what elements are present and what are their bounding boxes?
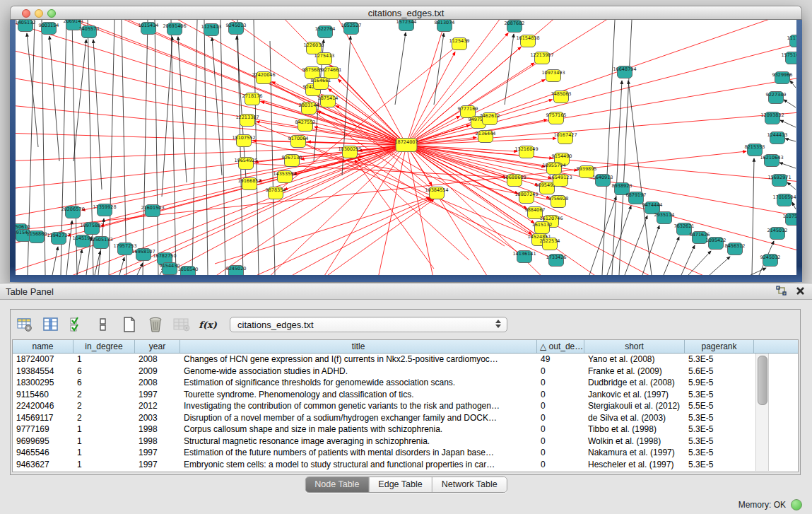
cell[interactable]: Tourette syndrome. Phenomenology and cla… xyxy=(180,389,537,401)
cell[interactable]: 0 xyxy=(537,424,584,436)
cell[interactable]: 0 xyxy=(537,389,584,401)
row-height-icon[interactable] xyxy=(93,315,113,334)
table-panel-header[interactable]: Table Panel xyxy=(0,283,812,300)
cell[interactable]: Disruption of a novel member of a sodium… xyxy=(180,412,537,424)
column-header-name[interactable]: name xyxy=(13,340,73,353)
cell[interactable]: 5.3E-5 xyxy=(685,436,754,448)
cell[interactable]: Estimation of the future numbers of pati… xyxy=(180,447,537,459)
cell[interactable]: 5.3E-5 xyxy=(685,459,754,471)
column-header-year[interactable]: year xyxy=(135,340,180,353)
new-column-icon[interactable] xyxy=(119,315,139,334)
column-header-out_de[interactable]: △ out_de… xyxy=(537,340,584,353)
column-header-title[interactable]: title xyxy=(180,340,537,353)
scrollbar-thumb[interactable] xyxy=(758,356,767,405)
cell[interactable]: 5.3E-5 xyxy=(685,354,754,366)
table-row[interactable]: 969969511998Structural magnetic resonanc… xyxy=(13,436,798,448)
delete-icon[interactable] xyxy=(146,315,165,334)
tab-network-table[interactable]: Network Table xyxy=(433,477,507,492)
cell[interactable]: 2008 xyxy=(135,377,180,389)
cell[interactable]: Jankovic et al. (1997) xyxy=(584,389,685,401)
select-rows-icon[interactable] xyxy=(67,315,87,334)
cell[interactable]: 2 xyxy=(73,389,135,401)
cell[interactable]: 1997 xyxy=(135,459,180,471)
cell[interactable]: 19384554 xyxy=(13,366,73,378)
table-row[interactable]: 1456911722003Disruption of a novel membe… xyxy=(13,412,798,424)
cell[interactable]: 18300295 xyxy=(13,377,73,389)
cell[interactable]: 0 xyxy=(537,447,584,459)
cell[interactable]: Genome-wide association studies in ADHD. xyxy=(180,366,537,378)
cell[interactable]: 1997 xyxy=(135,447,180,459)
column-header-short[interactable]: short xyxy=(584,340,685,353)
cell[interactable]: 0 xyxy=(537,366,584,378)
cell[interactable]: 5.3E-5 xyxy=(685,412,754,424)
cell[interactable]: 1 xyxy=(73,459,135,471)
cell[interactable]: Hescheler et al. (1997) xyxy=(584,459,685,471)
cell[interactable]: 6 xyxy=(73,366,135,378)
cell[interactable]: 1997 xyxy=(135,389,180,401)
cell[interactable]: 2012 xyxy=(135,400,180,412)
window-titlebar[interactable]: citations_edges.txt xyxy=(10,6,802,20)
table-settings-icon[interactable] xyxy=(15,315,35,334)
cell[interactable]: 22420046 xyxy=(13,400,73,412)
column-header-in_degree[interactable]: in_degree xyxy=(73,340,135,353)
cell[interactable]: 2 xyxy=(73,412,135,424)
cell[interactable]: 1998 xyxy=(135,436,180,448)
select-columns-icon[interactable] xyxy=(41,315,61,334)
cell[interactable]: 5.3E-5 xyxy=(685,424,754,436)
cell[interactable]: Estimation of significance thresholds fo… xyxy=(180,377,537,389)
cell[interactable]: 6 xyxy=(73,377,135,389)
cell[interactable]: 9777169 xyxy=(13,424,73,436)
vertical-scrollbar[interactable] xyxy=(755,354,769,471)
table-row[interactable]: 1872400712008Changes of HCN gene express… xyxy=(13,354,798,366)
cell[interactable]: 2 xyxy=(73,400,135,412)
cell[interactable]: 5.6E-5 xyxy=(685,366,754,378)
cell[interactable]: Investigating the contribution of common… xyxy=(180,400,537,412)
cell[interactable]: Nakamura et al. (1997) xyxy=(584,447,685,459)
memory-status-indicator[interactable] xyxy=(791,499,802,510)
cell[interactable]: 5.9E-5 xyxy=(685,377,754,389)
cell[interactable]: 9465546 xyxy=(13,447,73,459)
cell[interactable]: Wolkin et al. (1998) xyxy=(584,436,685,448)
cell[interactable]: 2003 xyxy=(135,412,180,424)
table-row[interactable]: 946362711997Embryonic stem cells: a mode… xyxy=(13,459,798,471)
cell[interactable]: 5.3E-5 xyxy=(685,389,754,401)
cell[interactable]: Yano et al. (2008) xyxy=(584,354,685,366)
cell[interactable]: 0 xyxy=(537,412,584,424)
cell[interactable]: 0 xyxy=(537,400,584,412)
table-row[interactable]: 2242004622012Investigating the contribut… xyxy=(13,400,798,412)
cell[interactable]: Dudbridge et al. (2008) xyxy=(584,377,685,389)
cell[interactable]: Structural magnetic resonance image aver… xyxy=(180,436,537,448)
cell[interactable]: 0 xyxy=(537,436,584,448)
cell[interactable]: 5.5E-5 xyxy=(685,400,754,412)
cell[interactable]: 2008 xyxy=(135,354,180,366)
float-window-icon[interactable] xyxy=(776,286,787,296)
cell[interactable]: 9463627 xyxy=(13,459,73,471)
cell[interactable]: Franke et al. (2009) xyxy=(584,366,685,378)
cell[interactable]: 9115460 xyxy=(13,389,73,401)
cell[interactable]: 1 xyxy=(73,354,135,366)
cell[interactable]: 18724007 xyxy=(13,354,73,366)
cell[interactable]: Embryonic stem cells: a model to study s… xyxy=(180,459,537,471)
cell[interactable]: 9699695 xyxy=(13,436,73,448)
cell[interactable]: 1 xyxy=(73,424,135,436)
cell[interactable]: Changes of HCN gene expression and I(f) … xyxy=(180,354,537,366)
cell[interactable]: 0 xyxy=(537,459,584,471)
column-header-pagerank[interactable]: pagerank xyxy=(685,340,754,353)
network-canvas[interactable]: 2242004627181761221338718107552196549251… xyxy=(16,20,796,275)
table-row[interactable]: 1938455462009Genome-wide association stu… xyxy=(13,366,798,378)
function-builder-icon[interactable]: f(x) xyxy=(198,315,218,334)
cell[interactable]: 1 xyxy=(73,436,135,448)
close-icon[interactable] xyxy=(796,286,805,296)
table-row[interactable]: 911546021997Tourette syndrome. Phenomeno… xyxy=(13,389,798,401)
table-row[interactable]: 946554611997Estimation of the future num… xyxy=(13,447,798,459)
cell[interactable]: 1 xyxy=(73,447,135,459)
cell[interactable]: Stergiakouli et al. (2012) xyxy=(584,400,685,412)
cell[interactable]: 49 xyxy=(537,354,584,366)
cell[interactable]: Corpus callosum shape and size in male p… xyxy=(180,424,537,436)
cell[interactable]: 5.3E-5 xyxy=(685,447,754,459)
cell[interactable]: 0 xyxy=(537,377,584,389)
cell[interactable]: Tibbo et al. (1998) xyxy=(584,424,685,436)
cell[interactable]: 1998 xyxy=(135,424,180,436)
table-selector-dropdown[interactable]: citations_edges.txt xyxy=(230,317,507,332)
tab-node-table[interactable]: Node Table xyxy=(305,477,369,492)
